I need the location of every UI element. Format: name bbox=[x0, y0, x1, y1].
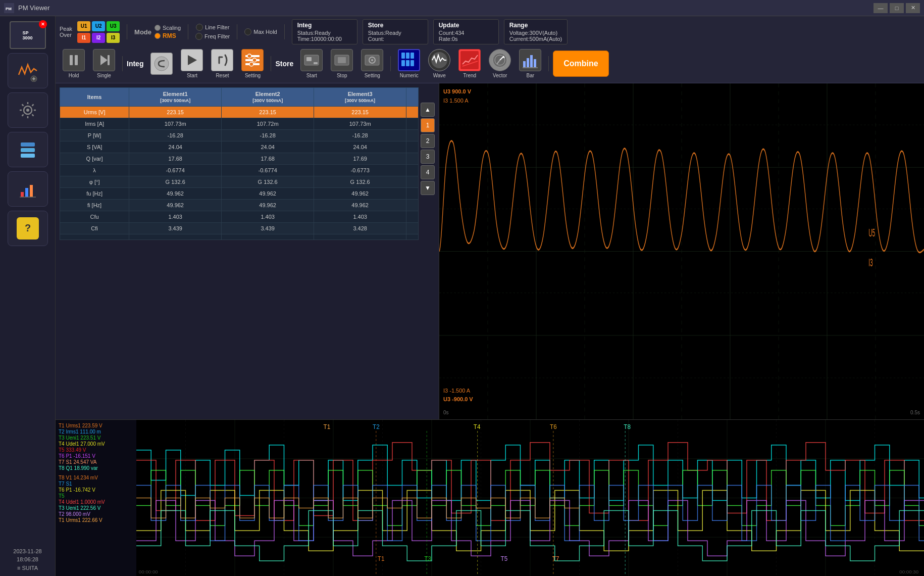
svg-point-22 bbox=[155, 57, 169, 71]
integ-start-button[interactable]: Start bbox=[178, 47, 206, 80]
single-button[interactable]: Single bbox=[90, 47, 118, 80]
toolbar: Peak Over U1 U2 U3 I1 I2 bbox=[56, 16, 924, 83]
sidebar-item-layers[interactable] bbox=[8, 132, 48, 167]
svg-rect-43 bbox=[406, 60, 409, 66]
svg-point-29 bbox=[249, 62, 253, 66]
line-filter-toggle[interactable]: Line Filter bbox=[196, 24, 229, 31]
sidebar-item-help[interactable]: ? bbox=[8, 211, 48, 246]
row-value-cell: 1.403 bbox=[222, 211, 314, 223]
bottom-labels-footer: T8 V1 14.234 mVT7 S1 T6 P1 -16.742 VT5 T… bbox=[59, 475, 133, 523]
svg-rect-34 bbox=[338, 57, 346, 63]
page-2-button[interactable]: 2 bbox=[421, 134, 435, 148]
row-label-cell: P [W] bbox=[60, 130, 129, 141]
bottom-waveform-panel: T1 Urms1 223.59 VT2 Irms1 111.00 mT3 Uen… bbox=[56, 419, 924, 576]
sidebar-item-charts[interactable] bbox=[8, 171, 48, 207]
page-up-button[interactable]: ▲ bbox=[421, 103, 435, 117]
store-stop-button[interactable]: Stop bbox=[328, 47, 356, 80]
svg-marker-23 bbox=[188, 55, 197, 65]
combine-button[interactable]: Combine bbox=[553, 51, 608, 77]
svg-text:?: ? bbox=[25, 222, 31, 233]
svg-rect-18 bbox=[70, 55, 73, 65]
wave-label: Wave bbox=[433, 73, 446, 78]
hold-label: Hold bbox=[69, 73, 79, 78]
table-row: Cfi3.4393.4393.428 bbox=[60, 223, 419, 234]
row-value-cell: -0.6774 bbox=[222, 165, 314, 176]
maximize-button[interactable]: □ bbox=[890, 3, 904, 13]
page-3-button[interactable]: 3 bbox=[421, 150, 435, 164]
numeric-button[interactable]: Numeric bbox=[395, 47, 423, 80]
freq-filter-toggle[interactable]: Freq Filter bbox=[195, 33, 230, 40]
row-label-cell: λ bbox=[60, 165, 129, 176]
bottom-label-item: T6 P1 -16.151 V bbox=[59, 453, 133, 459]
i2-button[interactable]: I2 bbox=[92, 33, 105, 43]
peak-label: Peak bbox=[60, 26, 72, 32]
trend-button[interactable]: Trend bbox=[455, 47, 484, 80]
bottom-label-item: T2 Irms1 111.00 m bbox=[59, 429, 133, 435]
vector-button[interactable]: Vector bbox=[486, 47, 514, 80]
range-voltage-value: 300V(Auto) bbox=[529, 30, 557, 36]
row-value-cell bbox=[129, 234, 222, 240]
svg-rect-21 bbox=[108, 55, 110, 65]
row-value-cell: 3.439 bbox=[129, 223, 222, 234]
minimize-button[interactable]: — bbox=[874, 3, 888, 13]
max-hold-toggle[interactable]: Max Hold bbox=[244, 28, 277, 35]
row-value-cell bbox=[406, 211, 419, 223]
table-row: P [W]-16.28-16.28-16.28 bbox=[60, 130, 419, 141]
bottom-label-item: T3 Ueni1 223.51 V bbox=[59, 435, 133, 441]
row-label-cell: Cfu bbox=[60, 211, 129, 223]
table-row[interactable]: Urms [V]223.15223.15223.15 bbox=[60, 107, 419, 118]
u1-button[interactable]: U1 bbox=[77, 21, 90, 31]
row-label-cell: φ [°] bbox=[60, 176, 129, 188]
bottom-label-item: T8 Q1 18.990 var bbox=[59, 465, 133, 471]
col-e4 bbox=[406, 88, 419, 107]
row-value-cell bbox=[406, 107, 419, 118]
sidebar-item-waveform[interactable] bbox=[8, 53, 48, 88]
svg-text:T6: T6 bbox=[550, 423, 557, 430]
integ-status-row: Status:Ready bbox=[297, 30, 352, 36]
row-value-cell: -16.28 bbox=[129, 130, 222, 141]
svg-rect-39 bbox=[401, 53, 405, 59]
bottom-wave-label-item: T7 S1 bbox=[59, 481, 133, 487]
line-filter-led bbox=[196, 24, 203, 31]
bar-button[interactable]: Bar bbox=[516, 47, 544, 80]
i3-button[interactable]: I3 bbox=[107, 33, 120, 43]
sidebar-item-settings[interactable] bbox=[8, 92, 48, 128]
bottom-wave-label-item: T4 Udel1 1.0000 mV bbox=[59, 499, 133, 505]
row-value-cell: 49.962 bbox=[129, 188, 222, 200]
integ-reset-button[interactable]: Reset bbox=[208, 47, 236, 80]
integ-c-button[interactable] bbox=[147, 51, 176, 76]
rms-label: RMS bbox=[163, 32, 176, 39]
store-setting-button[interactable]: Setting bbox=[358, 47, 386, 80]
bottom-wave-label-item: T8 V1 14.234 mV bbox=[59, 475, 133, 481]
svg-text:T1: T1 bbox=[378, 555, 385, 562]
integ-reset-label: Reset bbox=[216, 73, 229, 78]
wave-time-end: 0.5s bbox=[910, 410, 920, 415]
integ-setting-button[interactable]: Setting bbox=[238, 47, 267, 80]
freq-filter-label: Freq Filter bbox=[204, 33, 230, 39]
col-items: Items bbox=[60, 88, 129, 107]
svg-rect-52 bbox=[523, 61, 526, 67]
page-1-button[interactable]: 1 bbox=[421, 118, 435, 132]
row-value-cell: 49.962 bbox=[222, 188, 314, 200]
hold-button[interactable]: Hold bbox=[60, 47, 88, 80]
row-value-cell: G 132.6 bbox=[129, 176, 222, 188]
row-label-cell: Irms [A] bbox=[60, 118, 129, 130]
svg-text:T8: T8 bbox=[624, 423, 631, 430]
page-down-button[interactable]: ▼ bbox=[421, 181, 435, 195]
row-label-cell: fu [Hz] bbox=[60, 188, 129, 200]
row-value-cell: 49.962 bbox=[314, 188, 406, 200]
row-value-cell: 17.69 bbox=[314, 153, 406, 165]
svg-text:PM: PM bbox=[6, 7, 12, 11]
numeric-label: Numeric bbox=[400, 73, 419, 78]
col-e1: Element1[300V 500mA] bbox=[129, 88, 222, 107]
u3-button[interactable]: U3 bbox=[107, 21, 120, 31]
svg-point-28 bbox=[252, 58, 256, 62]
close-button[interactable]: ✕ bbox=[906, 3, 920, 13]
store-start-button[interactable]: Start bbox=[297, 47, 326, 80]
bottom-label-item: T1 Urms1 223.59 V bbox=[59, 423, 133, 428]
wave-button[interactable]: Wave bbox=[425, 47, 453, 80]
u2-button[interactable]: U2 bbox=[92, 21, 105, 31]
page-4-button[interactable]: 4 bbox=[421, 165, 435, 179]
svg-rect-9 bbox=[21, 148, 35, 152]
i1-button[interactable]: I1 bbox=[77, 33, 90, 43]
